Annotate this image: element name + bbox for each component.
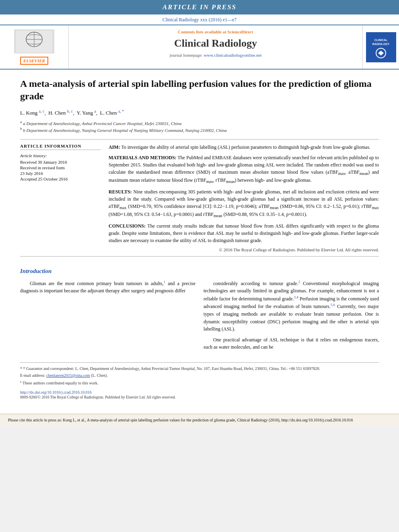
svg-rect-4 [367, 33, 395, 61]
footnote-email: E-mail address: chenlanren2015@sina.com … [20, 373, 379, 378]
abstract-results-heading: RESULTS: [109, 189, 132, 195]
intro-left-col: Gliomas are the most common primary brai… [20, 279, 195, 354]
journal-ref-line: Clinical Radiology xxx (2016) e1—e7 [0, 14, 399, 25]
history-item-1: Received in revised form [20, 165, 101, 170]
elsevier-logo: ELSEVIER [20, 57, 48, 65]
journal-title: Clinical Radiology [73, 37, 358, 49]
history-item-2: 23 July 2016 [20, 171, 101, 176]
svg-text:RADIOLOGY: RADIOLOGY [372, 43, 390, 45]
intro-para-2: considerably according to tumour grade.2… [204, 279, 379, 333]
journal-center-header: Contents lists available at ScienceDirec… [68, 25, 363, 69]
author-chen-l-sup: a, * [118, 109, 124, 113]
article-info-column: ARTICLE INFORMATION Article history: Rec… [20, 144, 101, 252]
introduction-title: Introduction [20, 268, 379, 275]
abstract-aim: AIM: To investigate the ability of arter… [109, 144, 379, 151]
introduction-two-col: Gliomas are the most common primary brai… [20, 279, 379, 354]
article-history-title: Article history: [20, 153, 101, 158]
ref-1: 1 [164, 280, 166, 284]
citation-bar: Please cite this article in press as: Ko… [0, 414, 399, 426]
abstract-results: RESULTS: Nine studies encompassing 305 p… [109, 188, 379, 219]
journal-homepage: journal homepage: www.clinicalradiologyo… [73, 53, 358, 58]
intro-right-col: considerably according to tumour grade.2… [204, 279, 379, 354]
abstract-aim-heading: AIM: [109, 144, 120, 150]
footnote-equal-contrib: c These authors contributed equally to t… [20, 380, 379, 386]
doi-line: http://dx.doi.org/10.1016/j.crad.2016.10… [20, 390, 379, 394]
divider-2 [20, 256, 379, 257]
ref-3-4: 3,4 [294, 295, 298, 299]
main-content: A meta-analysis of arterial spin labelli… [0, 70, 399, 407]
abstract-conclusions-heading: CONCLUSIONS: [109, 223, 146, 229]
abstract-results-text: Nine studies encompassing 305 patients w… [109, 189, 379, 217]
homepage-url[interactable]: www.clinicalradiologyonline.net [204, 53, 261, 58]
copyright-footer: 0009-9260/© 2016 The Royal College of Ra… [20, 395, 379, 399]
science-direct-prefix: Contents lists available at [178, 29, 228, 34]
author-kong-sup: a, c [39, 109, 45, 113]
abstract-section: ARTICLE INFORMATION Article history: Rec… [20, 144, 379, 252]
science-direct-link: Contents lists available at ScienceDirec… [73, 29, 358, 34]
ref-2: 2 [298, 280, 300, 284]
ref-5-6: 5,6 [331, 303, 335, 307]
publisher-image [14, 29, 54, 53]
intro-para-1: Gliomas are the most common primary brai… [20, 279, 195, 295]
introduction-section: Introduction Gliomas are the most common… [20, 268, 379, 354]
affiliation-a: a a Department of Anesthesiology, Anhui … [20, 120, 379, 126]
abstract-methods-heading: MATERIALS AND METHODS: [109, 155, 177, 160]
svg-text:CLINICAL: CLINICAL [374, 39, 388, 41]
authors-line: L. Kong a, c, H. Chen b, c, Y. Yang a, L… [20, 109, 379, 116]
intro-para-3: One practical advantage of ASL technique… [204, 336, 379, 351]
abstract-conclusions-text: The current study results indicate that … [109, 223, 379, 243]
author-yang-sup: a [94, 109, 96, 113]
abstract-conclusions: CONCLUSIONS: The current study results i… [109, 222, 379, 244]
affiliations: a a Department of Anesthesiology, Anhui … [20, 120, 379, 133]
journal-logo-area: CLINICAL RADIOLOGY [363, 25, 399, 69]
page-wrapper: ARTICLE IN PRESS Clinical Radiology xxx … [0, 0, 399, 426]
affiliation-b: b b Department of Anesthesiology, Nanjin… [20, 127, 379, 133]
history-item-0: Received 30 January 2016 [20, 160, 101, 164]
article-title: A meta-analysis of arterial spin labelli… [20, 78, 379, 103]
footnote-area: * * Guarantor and correspondent: L. Chen… [20, 362, 379, 386]
divider-1 [20, 139, 379, 140]
homepage-prefix: journal homepage: [169, 53, 204, 58]
abstract-copyright: © 2016 The Royal College of Radiologists… [109, 247, 379, 252]
history-item-3: Accepted 25 October 2016 [20, 177, 101, 181]
article-info-label: ARTICLE INFORMATION [20, 144, 101, 150]
abstract-aim-text: To investigate the ability of arterial s… [121, 144, 370, 150]
author-chen-h-sup: b, c [67, 109, 73, 113]
abstract-column: AIM: To investigate the ability of arter… [109, 144, 379, 252]
banner-text: ARTICLE IN PRESS [162, 3, 237, 11]
abstract-methods: MATERIALS AND METHODS: The PubMed and EM… [109, 154, 379, 185]
elsevier-logo-area: ELSEVIER [0, 25, 68, 69]
article-in-press-banner: ARTICLE IN PRESS [0, 0, 399, 14]
footnote-guarantor: * * Guarantor and correspondent: L. Chen… [20, 366, 379, 372]
journal-ref-text: Clinical Radiology xxx (2016) e1—e7 [162, 17, 237, 23]
journal-header: ELSEVIER Contents lists available at Sci… [0, 25, 399, 70]
footnote-email-link[interactable]: chenlanren2015@sina.com [46, 373, 90, 378]
science-direct-name: ScienceDirect [227, 29, 253, 34]
journal-logo-box: CLINICAL RADIOLOGY [366, 32, 396, 62]
